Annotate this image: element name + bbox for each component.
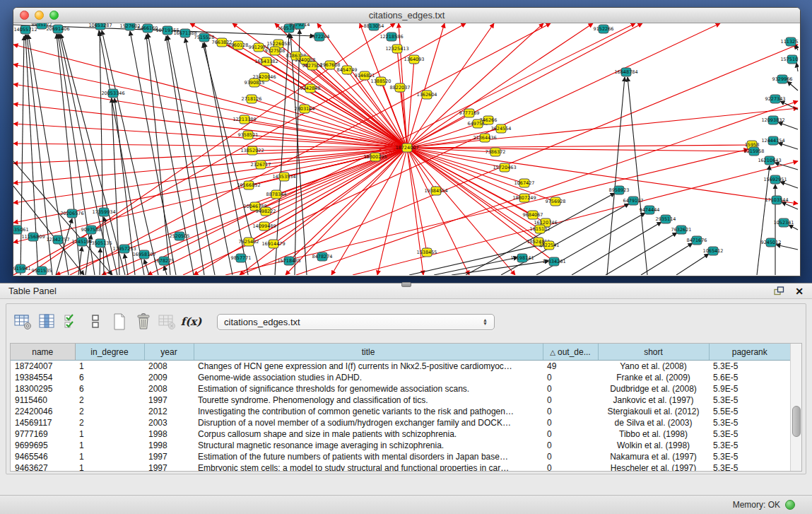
- graph-node[interactable]: 15751074: [780, 55, 799, 64]
- graph-node[interactable]: 8958923: [609, 186, 630, 194]
- graph-node[interactable]: 8960128: [228, 41, 249, 49]
- graph-node[interactable]: 1388520: [371, 77, 392, 86]
- table-row[interactable]: 1938455462009Genome-wide association stu…: [11, 372, 791, 383]
- graph-node[interactable]: 2718126: [242, 95, 262, 103]
- graph-node[interactable]: 6479197: [623, 197, 644, 205]
- graph-node[interactable]: 9857771: [231, 254, 252, 262]
- graph-node[interactable]: 20691406: [46, 25, 69, 33]
- graph-node[interactable]: 12444154: [761, 136, 784, 145]
- graph-node[interactable]: 18300295: [363, 153, 387, 161]
- graph-node[interactable]: 16648784: [614, 68, 637, 76]
- graph-node[interactable]: 7386372: [486, 148, 506, 156]
- column-header-short[interactable]: short: [598, 344, 709, 361]
- graph-node[interactable]: 12218586: [379, 33, 403, 41]
- graph-node[interactable]: 12093832: [761, 116, 784, 124]
- graph-node[interactable]: 9097588: [81, 226, 102, 234]
- graph-node[interactable]: 15692951: [763, 175, 787, 184]
- function-builder-icon[interactable]: f(x): [182, 313, 201, 332]
- graph-node[interactable]: 13505135: [88, 239, 112, 247]
- graph-node[interactable]: 6466160: [138, 24, 158, 33]
- graph-node[interactable]: 2522541: [539, 241, 560, 250]
- graph-node[interactable]: 12342757: [46, 235, 69, 244]
- graph-node[interactable]: 9329966: [772, 75, 793, 83]
- graph-node[interactable]: 3624554: [491, 124, 512, 133]
- graph-node[interactable]: 19384554: [424, 187, 447, 195]
- new-table-icon[interactable]: [110, 313, 129, 332]
- scrollbar-thumb[interactable]: [792, 406, 801, 437]
- graph-node[interactable]: 1067427: [514, 179, 535, 187]
- graph-node[interactable]: 2803144: [295, 105, 315, 113]
- graph-node[interactable]: 2520505: [170, 232, 190, 240]
- graph-node[interactable]: 1065412: [703, 247, 724, 255]
- table-row[interactable]: 969969511998Structural magnetic resonanc…: [11, 440, 791, 451]
- graph-node[interactable]: 14099489: [252, 222, 276, 230]
- table-row[interactable]: 1456911722003Disruption of a novel membe…: [11, 417, 791, 428]
- graph-node[interactable]: 9358521: [238, 131, 259, 139]
- graph-node[interactable]: 8822037: [390, 83, 411, 92]
- graph-node[interactable]: 7515528: [194, 33, 215, 42]
- graph-node[interactable]: 9245012: [761, 238, 782, 247]
- graph-node[interactable]: 13852022: [240, 146, 264, 155]
- graph-node[interactable]: 746266: [480, 116, 498, 124]
- graph-node[interactable]: 21364436: [473, 134, 496, 142]
- graph-node[interactable]: 9684067: [523, 211, 543, 219]
- column-header-out_degree[interactable]: △out_de...: [543, 344, 598, 361]
- column-header-year[interactable]: year: [144, 344, 194, 361]
- graph-node[interactable]: 17435061: [13, 226, 29, 234]
- column-header-name[interactable]: name: [11, 344, 75, 361]
- close-panel-icon[interactable]: ✕: [795, 286, 804, 296]
- graph-node[interactable]: 1113252: [781, 37, 799, 46]
- graph-node[interactable]: 18724007: [395, 144, 418, 152]
- graph-node[interactable]: 9756928: [546, 197, 566, 206]
- graph-node[interactable]: 10653287: [88, 23, 112, 30]
- graph-node[interactable]: 20053346: [101, 89, 124, 98]
- graph-node[interactable]: 15718485: [277, 257, 300, 265]
- graph-node[interactable]: 9501535: [32, 267, 52, 275]
- network-svg[interactable]: 7663822896012899129741522605893275088186…: [13, 23, 799, 275]
- graph-node[interactable]: 1362604: [417, 90, 437, 99]
- graph-node[interactable]: 14353534: [272, 173, 295, 181]
- graph-node[interactable]: 15720463: [493, 163, 516, 172]
- graph-node[interactable]: 7632621: [671, 226, 692, 234]
- graph-node[interactable]: 17103544: [765, 196, 788, 204]
- table-settings-icon[interactable]: [13, 313, 33, 332]
- table-row[interactable]: 1830029562008Estimation of significance …: [11, 383, 791, 395]
- row-height-icon[interactable]: [86, 313, 105, 332]
- graph-node[interactable]: 12325413: [385, 45, 408, 53]
- graph-node[interactable]: 1678275: [154, 257, 175, 265]
- delete-table-icon[interactable]: [134, 313, 153, 332]
- graph-node[interactable]: 9474444: [640, 206, 660, 214]
- column-header-in_degree[interactable]: in_degree: [75, 344, 144, 361]
- network-canvas[interactable]: 7663822896012899129741522605893275088186…: [13, 23, 799, 275]
- graph-node[interactable]: 9227343: [765, 95, 786, 103]
- graph-node[interactable]: 17359934: [92, 208, 115, 216]
- graph-node[interactable]: 8478274: [312, 252, 333, 261]
- graph-node[interactable]: 9777169: [459, 109, 480, 117]
- graph-node[interactable]: 2935114: [656, 215, 676, 223]
- graph-node[interactable]: 16958107: [132, 250, 155, 259]
- graph-node[interactable]: 9390815: [245, 78, 265, 87]
- graph-node[interactable]: 8878344: [266, 190, 287, 199]
- table-selector-dropdown[interactable]: citations_edges.txt ▲▼: [217, 314, 495, 330]
- graph-node[interactable]: 9242848: [300, 84, 321, 93]
- table-row[interactable]: 1872400712008Changes of HCN gene express…: [11, 361, 791, 373]
- table-row[interactable]: 911546021997Tourette syndrome. Phenomeno…: [11, 395, 791, 406]
- panel-divider-grip[interactable]: [401, 282, 411, 287]
- table-row[interactable]: 977716911998Corpus callosum shape and si…: [11, 428, 791, 440]
- graph-node[interactable]: 8572244: [310, 33, 330, 41]
- network-window[interactable]: citations_edges.txt 76638228960128991297…: [13, 7, 801, 276]
- column-header-title[interactable]: title: [194, 344, 543, 361]
- graph-node[interactable]: 17334261: [542, 257, 565, 266]
- graph-node[interactable]: 8215958: [744, 147, 765, 156]
- graph-node[interactable]: 1364093: [404, 55, 425, 64]
- minimize-button[interactable]: [35, 11, 44, 20]
- graph-node[interactable]: 11156809: [21, 233, 45, 241]
- graph-node[interactable]: 14198141: [510, 254, 534, 262]
- graph-node[interactable]: 1052341: [774, 218, 794, 227]
- graph-node[interactable]: 3915941: [13, 264, 30, 273]
- graph-node[interactable]: 9152266: [594, 25, 614, 33]
- graph-node[interactable]: 12213389: [233, 115, 256, 124]
- close-button[interactable]: [20, 11, 29, 20]
- graph-node[interactable]: 19166852: [237, 181, 260, 189]
- row-selection-icon[interactable]: [61, 313, 81, 332]
